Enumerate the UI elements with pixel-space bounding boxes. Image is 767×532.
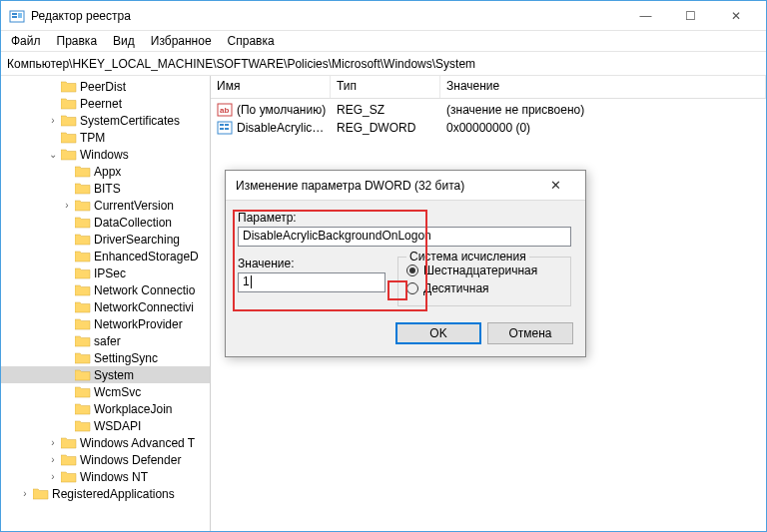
menu-view[interactable]: Вид [105,32,143,50]
tree-item[interactable]: NetworkConnectivi [1,298,210,315]
folder-icon [75,419,91,433]
close-button[interactable]: ✕ [713,1,758,30]
tree-item-label: Windows Defender [80,453,181,467]
svg-rect-7 [220,124,224,126]
tree-item[interactable]: SettingSync [1,349,210,366]
expand-icon[interactable]: › [47,471,59,482]
tree-item[interactable]: TPM [1,129,210,146]
tree-item[interactable]: ›Windows NT [1,468,210,485]
tree-item-label: WSDAPI [94,419,141,433]
value-field[interactable]: 1 [238,272,385,292]
folder-icon [75,283,91,297]
svg-rect-9 [220,128,224,130]
tree-item[interactable]: EnhancedStorageD [1,248,210,265]
tree-item[interactable]: Appx [1,163,210,180]
expand-icon[interactable]: › [47,115,59,126]
folder-icon [75,334,91,348]
folder-icon [33,487,49,501]
tree-item[interactable]: ›Windows Defender [1,451,210,468]
tree-item[interactable]: WSDAPI [1,417,210,434]
tree-item-label: CurrentVersion [94,199,174,213]
expand-icon[interactable]: › [47,454,59,465]
tree-item[interactable]: DriverSearching [1,231,210,248]
folder-icon [61,131,77,145]
expand-icon[interactable]: › [61,200,73,211]
radio-dot-icon [406,282,418,294]
menu-favorites[interactable]: Избранное [143,32,220,50]
tree-item-label: SettingSync [94,351,158,365]
folder-icon [61,114,77,128]
tree-item[interactable]: ›CurrentVersion [1,197,210,214]
header-value[interactable]: Значение [440,76,766,98]
svg-rect-8 [225,124,229,126]
expand-icon[interactable]: › [19,488,31,499]
tree-item-label: Windows Advanced T [80,436,195,450]
titlebar[interactable]: Редактор реестра — ☐ ✕ [1,1,766,31]
header-name[interactable]: Имя [211,76,331,98]
tree-item-label: Windows NT [80,470,148,484]
cell-type: REG_DWORD [331,121,440,135]
folder-icon [61,148,77,162]
tree-item[interactable]: WcmSvc [1,383,210,400]
value-label: Значение: [238,257,393,270]
menu-edit[interactable]: Правка [49,32,106,50]
tree-item[interactable]: Peernet [1,95,210,112]
dialog-titlebar[interactable]: Изменение параметра DWORD (32 бита) ✕ [226,171,585,201]
list-row[interactable]: ab(По умолчанию)REG_SZ(значение не присв… [211,101,766,119]
folder-icon [75,182,91,196]
param-label: Параметр: [238,211,573,225]
tree-item[interactable]: IPSec [1,265,210,281]
value-type-icon: ab [215,102,235,118]
list-row[interactable]: DisableAcrylicBa...REG_DWORD0x00000000 (… [211,119,766,137]
tree-item[interactable]: System [1,366,210,383]
list-header: Имя Тип Значение [211,76,766,99]
value-type-icon [215,120,235,136]
tree-item[interactable]: WorkplaceJoin [1,400,210,417]
param-field[interactable]: DisableAcrylicBackgroundOnLogon [238,227,571,247]
tree-item[interactable]: ⌄Windows [1,146,210,163]
window-title: Редактор реестра [31,9,623,23]
folder-icon [61,436,77,450]
tree-item[interactable]: ›SystemCertificates [1,112,210,129]
folder-icon [75,250,91,264]
edit-dword-dialog: Изменение параметра DWORD (32 бита) ✕ Па… [225,170,586,357]
tree-item[interactable]: DataCollection [1,214,210,231]
tree-item-label: RegisteredApplications [52,487,175,501]
cell-name: (По умолчанию) [235,103,331,117]
radio-hex[interactable]: Шестнадцатеричная [406,262,562,279]
maximize-button[interactable]: ☐ [668,1,713,30]
folder-icon [75,216,91,230]
tree-item[interactable]: safer [1,332,210,349]
tree-pane[interactable]: PeerDistPeernet›SystemCertificatesTPM⌄Wi… [1,76,211,531]
expand-icon[interactable]: ⌄ [47,149,59,160]
tree-item-label: safer [94,334,121,348]
radio-dot-icon [406,265,418,276]
folder-icon [75,233,91,247]
minimize-button[interactable]: — [623,1,668,30]
tree-item[interactable]: NetworkProvider [1,315,210,332]
tree-item-label: BITS [94,182,121,196]
svg-rect-1 [12,13,17,15]
cancel-button[interactable]: Отмена [487,322,573,344]
tree-item[interactable]: Network Connectio [1,281,210,298]
dialog-title: Изменение параметра DWORD (32 бита) [236,179,535,193]
ok-button[interactable]: OK [395,322,481,344]
cell-type: REG_SZ [331,103,440,117]
folder-icon [75,351,91,365]
menu-file[interactable]: Файл [3,32,49,50]
folder-icon [75,300,91,314]
tree-item-label: Windows [80,148,129,162]
tree-item[interactable]: PeerDist [1,78,210,95]
header-type[interactable]: Тип [331,76,440,98]
tree-item[interactable]: ›RegisteredApplications [1,485,210,502]
folder-icon [61,80,77,94]
radio-dec[interactable]: Десятичная [406,279,562,297]
tree-item[interactable]: ›Windows Advanced T [1,434,210,451]
dialog-close-button[interactable]: ✕ [535,178,575,193]
menubar: Файл Правка Вид Избранное Справка [1,31,766,52]
expand-icon[interactable]: › [47,437,59,448]
tree-item[interactable]: BITS [1,180,210,197]
menu-help[interactable]: Справка [220,32,283,50]
address-bar[interactable]: Компьютер\HKEY_LOCAL_MACHINE\SOFTWARE\Po… [1,52,766,76]
folder-icon [61,453,77,467]
